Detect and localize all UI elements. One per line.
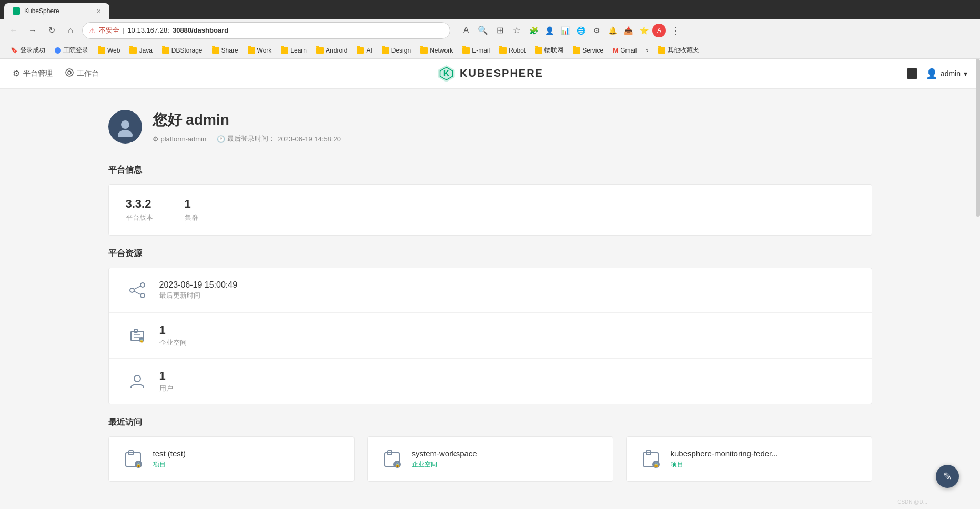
bookmark-label: Java xyxy=(139,47,152,54)
svg-point-9 xyxy=(140,293,145,298)
clock-icon: 🕐 xyxy=(217,135,225,143)
search-icon[interactable]: 🔍 xyxy=(476,23,490,38)
user-role: ⚙ platform-admin xyxy=(153,135,207,143)
extension-icon-4[interactable]: 🌐 xyxy=(573,23,588,38)
recent-card-info-1: system-workspace 企业空间 xyxy=(412,449,477,469)
bookmark-java[interactable]: Java xyxy=(125,46,156,55)
bookmark-share[interactable]: Share xyxy=(208,46,243,55)
folder-icon xyxy=(281,47,288,54)
folder-icon xyxy=(499,47,507,54)
forward-button[interactable]: → xyxy=(25,23,40,38)
logo-mark: K xyxy=(437,64,456,83)
workspace-label: 企业空间 xyxy=(159,338,187,348)
folder-icon xyxy=(357,47,364,54)
workbench-label: 工作台 xyxy=(77,69,99,78)
bookmark-network[interactable]: Network xyxy=(416,46,457,55)
topnav-left: ⚙ 平台管理 工作台 xyxy=(13,66,99,80)
refresh-button[interactable]: ↻ xyxy=(44,23,59,38)
bookmark-email[interactable]: E-mail xyxy=(458,46,494,55)
user-count-info: 1 用户 xyxy=(159,369,173,393)
tab-close-button[interactable]: × xyxy=(97,7,101,15)
url-prefix: 不安全 xyxy=(99,26,119,35)
role-label: platform-admin xyxy=(161,135,207,143)
recent-card-1[interactable]: 🔒 system-workspace 企业空间 xyxy=(367,436,613,482)
bookmark-label: Design xyxy=(391,47,411,54)
svg-point-7 xyxy=(130,288,134,292)
user-menu[interactable]: 👤 admin ▾ xyxy=(926,68,967,79)
folder-icon xyxy=(212,47,219,54)
bookmark-more-separator[interactable]: › xyxy=(642,46,653,55)
bookmark-robot[interactable]: Robot xyxy=(495,46,530,55)
fab-icon: ✎ xyxy=(943,470,952,483)
menu-dots-icon[interactable]: ⋮ xyxy=(668,23,683,38)
bookmark-label: E-mail xyxy=(472,47,490,54)
bookmark-iot[interactable]: 物联网 xyxy=(531,45,568,56)
extension-icon-6[interactable]: 🔔 xyxy=(605,23,620,38)
bookmark-web[interactable]: Web xyxy=(94,46,124,55)
bookmark-learn[interactable]: Learn xyxy=(277,46,311,55)
svg-text:🔒: 🔒 xyxy=(394,462,400,468)
recent-card-0[interactable]: 🔒 test (test) 项目 xyxy=(108,436,355,482)
workspace-info: 1 企业空间 xyxy=(159,323,187,348)
recent-card-2[interactable]: 🔒 kubesphere-monitoring-feder... 项目 xyxy=(626,436,872,482)
svg-point-5 xyxy=(121,120,129,129)
role-icon: ⚙ xyxy=(153,135,159,143)
fab-button[interactable]: ✎ xyxy=(936,465,959,488)
recent-card-name-2: kubesphere-monitoring-feder... xyxy=(671,449,778,458)
extension-icon-5[interactable]: ⚙ xyxy=(589,23,604,38)
scrollbar[interactable] xyxy=(976,59,980,217)
notification-icon[interactable] xyxy=(907,68,917,79)
back-button[interactable]: ← xyxy=(6,23,21,38)
user-profile-avatar[interactable]: A xyxy=(652,24,666,37)
folder-icon xyxy=(658,47,665,54)
extension-icon-3[interactable]: 📊 xyxy=(558,23,572,38)
bookmark-work[interactable]: Work xyxy=(244,46,276,55)
svg-point-18 xyxy=(134,375,140,382)
recent-card-name-0: test (test) xyxy=(153,449,186,458)
bookmark-star-icon[interactable]: ☆ xyxy=(509,23,524,38)
bookmark-yuanlogin[interactable]: 工院登录 xyxy=(50,45,93,56)
recent-visits-title: 最近访问 xyxy=(108,417,872,428)
user-welcome-section: 您好 admin ⚙ platform-admin 🕐 最后登录时间： 2023… xyxy=(108,110,872,144)
bookmark-design[interactable]: Design xyxy=(378,46,415,55)
last-login-time: 2023-06-19 14:58:20 xyxy=(277,135,341,143)
extension-icon-2[interactable]: 👤 xyxy=(542,23,557,38)
translate-icon[interactable]: A xyxy=(459,23,473,38)
update-time-info: 2023-06-19 15:00:49 最后更新时间 xyxy=(159,280,238,300)
active-tab[interactable]: KubeSphere × xyxy=(4,3,109,19)
chevron-right-icon: › xyxy=(646,47,649,54)
bookmark-label: Gmail xyxy=(620,47,637,54)
folder-icon xyxy=(248,47,255,54)
bookmark-android[interactable]: Android xyxy=(312,46,351,55)
address-bar[interactable]: ⚠ 不安全 | 10.13.167.28:30880/dashboard xyxy=(82,22,450,39)
workspace-value: 1 xyxy=(159,323,187,337)
bookmark-login-success[interactable]: 🔖 登录成功 xyxy=(6,45,49,56)
user-meta: ⚙ platform-admin 🕐 最后登录时间： 2023-06-19 14… xyxy=(153,134,341,144)
recent-card-type-1: 企业空间 xyxy=(412,460,477,469)
bookmark-label: Web xyxy=(107,47,120,54)
folder-icon xyxy=(420,47,428,54)
extension-icon-7[interactable]: 📥 xyxy=(621,23,635,38)
bookmark-gmail[interactable]: M Gmail xyxy=(609,46,641,55)
bookmark-dbstorage[interactable]: DBStorage xyxy=(158,46,207,55)
user-count-label: 用户 xyxy=(159,384,173,393)
url-host: 10.13.167.28: xyxy=(127,26,169,34)
split-screen-icon[interactable]: ⊞ xyxy=(492,23,507,38)
bookmark-ai[interactable]: AI xyxy=(352,46,376,55)
update-time-label: 最后更新时间 xyxy=(159,291,238,300)
extension-icon-8[interactable]: ⭐ xyxy=(637,23,651,38)
user-count-item: 1 用户 xyxy=(109,359,872,404)
extension-icon-1[interactable]: 🧩 xyxy=(526,23,541,38)
platform-manage-item[interactable]: ⚙ 平台管理 xyxy=(13,66,53,80)
bookmark-service[interactable]: Service xyxy=(569,46,608,55)
folder-icon xyxy=(129,47,137,54)
browser-navigation: ← → ↻ ⌂ ⚠ 不安全 | 10.13.167.28:30880/dashb… xyxy=(0,19,980,42)
workbench-item[interactable]: 工作台 xyxy=(65,66,99,80)
tab-favicon xyxy=(13,7,20,15)
home-button[interactable]: ⌂ xyxy=(63,23,78,38)
bookmark-label: Work xyxy=(257,47,272,54)
bookmark-other-folders[interactable]: 其他收藏夹 xyxy=(654,45,703,56)
recent-card-info-2: kubesphere-monitoring-feder... 项目 xyxy=(671,449,778,469)
platform-manage-label: 平台管理 xyxy=(23,69,53,78)
bookmark-label: 物联网 xyxy=(544,46,563,55)
